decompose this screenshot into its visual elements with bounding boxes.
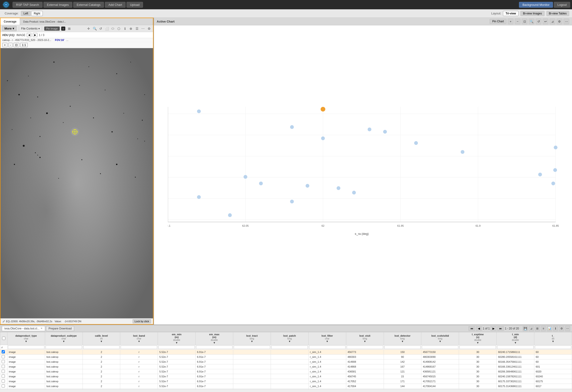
chart-table-icon[interactable]: 📊 — [547, 326, 552, 331]
sort-filter-icon[interactable]: ▼ — [100, 340, 103, 343]
zoom-fit-button[interactable]: ⊡ — [14, 43, 19, 47]
hdu-next-button[interactable]: ▶ — [33, 33, 37, 37]
col-header-lsst-patch[interactable]: lsst_patch long ▼ — [271, 332, 308, 345]
select-poly-icon[interactable]: ⬡ — [116, 26, 121, 31]
sort-filter-icon[interactable]: ▼ — [364, 340, 366, 343]
col-header-calib-level[interactable]: calib_level int ▼ — [82, 332, 120, 345]
row-select-checkbox[interactable] — [2, 384, 5, 388]
more-tools-icon[interactable]: ⋯ — [141, 26, 145, 31]
table-row[interactable]: image lsst.calexp 2 r 5.52e-7 6.91e-7 r_… — [0, 384, 572, 389]
scatter-dot[interactable] — [305, 184, 309, 188]
scatter-dot[interactable] — [352, 191, 356, 194]
filter-t-extra[interactable] — [535, 345, 571, 349]
select-all-checkbox[interactable] — [2, 337, 5, 340]
table-row[interactable]: image lsst.calexp 2 r 5.52e-7 6.91e-7 r_… — [0, 355, 572, 360]
data-product-tab[interactable]: Data Product: ivoa.ObsCore - data.l... — [20, 18, 153, 25]
select-circle-icon[interactable]: ⬭ — [110, 26, 115, 31]
scatter-dot[interactable] — [553, 168, 557, 172]
col-header-lsst-ccdvisitid[interactable]: lsst_ccdvisitid long ▼ — [421, 332, 459, 345]
select-rect-icon[interactable]: ⬜ — [104, 26, 109, 31]
layers-icon[interactable]: ⊕ — [128, 26, 133, 31]
col-header-t-extra[interactable]: t_ do ▼ — [534, 332, 572, 345]
grid-icon[interactable]: ⊞ — [67, 26, 72, 31]
filter-lsst-detector[interactable] — [384, 345, 421, 349]
sort-filter-icon[interactable]: ▼ — [175, 341, 178, 344]
filter-table-icon[interactable]: ⊿ — [529, 326, 534, 331]
table-row[interactable]: image lsst.calexp 2 r 5.52e-7 6.91e-7 r_… — [0, 369, 572, 374]
close-tab-icon[interactable]: ✕ — [40, 327, 43, 330]
sort-filter-icon[interactable]: ▼ — [326, 340, 329, 343]
zoom-out-button[interactable]: - — [8, 43, 13, 47]
rotate-icon[interactable]: ↺ — [98, 26, 103, 31]
filter-lsst-patch[interactable] — [271, 345, 308, 349]
pin-chart-button[interactable]: Pin Chart — [490, 19, 507, 24]
scatter-dot[interactable] — [538, 173, 542, 176]
row-select-checkbox[interactable] — [2, 355, 5, 358]
row-select-checkbox[interactable] — [2, 350, 5, 353]
zoom-out-chart-icon[interactable]: − — [515, 19, 520, 24]
next-page-button[interactable]: ▶ — [491, 326, 496, 331]
sort-filter-icon[interactable]: ▼ — [25, 340, 27, 343]
filter-lsst-band[interactable] — [121, 345, 157, 349]
sort-filter-icon[interactable]: ▼ — [213, 341, 216, 344]
row-select-checkbox[interactable] — [2, 370, 5, 373]
settings-table-icon[interactable]: ⚙ — [559, 326, 564, 331]
filter-dataproduct-subtype[interactable] — [46, 345, 82, 349]
scatter-dot[interactable] — [290, 200, 294, 204]
settings-icon[interactable]: ⚙ — [146, 26, 152, 31]
black-square-icon[interactable]: ■ — [61, 27, 65, 31]
zoom-area-chart-icon[interactable]: 🔍 — [529, 19, 534, 24]
col-header-t-exptime[interactable]: t_exptime(s) double ▼ — [459, 332, 497, 345]
col-header-lsst-filter[interactable]: lsst_filter char ▼ — [308, 332, 346, 345]
info-table-icon[interactable]: ℹ — [553, 326, 558, 331]
scatter-dot[interactable] — [197, 195, 201, 199]
scatter-dot[interactable] — [368, 127, 371, 131]
filter-chart-icon[interactable]: ⊿ — [550, 19, 555, 24]
fit-chart-icon[interactable]: ⊡ — [522, 19, 527, 24]
info-icon[interactable]: ℹ — [122, 26, 127, 31]
scatter-dot[interactable] — [290, 125, 294, 129]
col-header-lsst-band[interactable]: lsst_band char ▼ — [120, 332, 158, 345]
sort-filter-icon[interactable]: ▼ — [251, 340, 253, 343]
sort-filter-icon[interactable]: ▼ — [288, 340, 291, 343]
file-contents-label[interactable]: File Contents ▾ — [21, 27, 40, 30]
horizontal-scrollbar[interactable] — [0, 389, 572, 392]
row-select-checkbox[interactable] — [2, 379, 5, 383]
filter-em-min[interactable] — [158, 345, 195, 349]
col-header-t-min[interactable]: t_min(d) double ▼ — [497, 332, 534, 345]
filter-lsst-ccdvisitid[interactable] — [422, 345, 458, 349]
expand-icon[interactable]: ⤢ — [2, 319, 5, 323]
prepare-download-tab[interactable]: Prepare Download — [46, 326, 74, 331]
scatter-dot[interactable] — [414, 141, 418, 145]
first-page-button[interactable]: ⏮ — [469, 326, 475, 331]
col-header-lsst-visit[interactable]: lsst_visit long ▼ — [346, 332, 384, 345]
table-row[interactable]: image lsst.calexp 2 r 5.52e-7 6.91e-7 r_… — [0, 360, 572, 364]
save-table-icon[interactable]: 💾 — [523, 326, 528, 331]
filter-dataproduct-type[interactable] — [8, 345, 44, 349]
last-page-button[interactable]: ⏭ — [497, 326, 504, 331]
scatter-dot[interactable] — [321, 137, 325, 140]
filter-lsst-visit[interactable] — [347, 345, 383, 349]
columns-icon[interactable]: ⊞ — [535, 326, 540, 331]
zoom-in-button[interactable]: + — [2, 43, 7, 47]
scatter-dot-selected[interactable] — [321, 107, 325, 112]
magnify-icon[interactable]: 🔍 — [92, 26, 97, 31]
sort-filter-icon[interactable]: ▼ — [477, 341, 479, 344]
text-view-icon[interactable]: ≡ — [541, 326, 546, 331]
background-monitor-button[interactable]: Background Monitor — [519, 2, 553, 8]
obscore-table-tab[interactable]: ivoa.ObsCore - data.lsst.cl... ✕ — [2, 326, 45, 331]
right-button[interactable]: Right — [31, 11, 43, 16]
table-row[interactable]: image lsst.calexp 2 r 5.52e-7 6.91e-7 r_… — [0, 374, 572, 379]
prev-page-button[interactable]: ◀ — [476, 326, 482, 331]
col-header-dataproduct-subtype[interactable]: dataproduct_subtype char ▼ — [45, 332, 82, 345]
reset-chart-icon[interactable]: ↺ — [536, 19, 541, 24]
col-header-dataproduct-type[interactable]: dataproduct_type char ▼ — [7, 332, 45, 345]
filter-lsst-filter[interactable] — [309, 345, 346, 349]
external-catalogs-button[interactable]: External Catalogs — [73, 2, 104, 8]
scatter-dot[interactable] — [551, 182, 555, 185]
scatter-dot[interactable] — [461, 150, 464, 154]
col-header-lsst-detector[interactable]: lsst_detector long ▼ — [384, 332, 421, 345]
sort-filter-icon[interactable]: ▼ — [514, 341, 517, 344]
undo-chart-icon[interactable]: ↩ — [543, 19, 548, 24]
left-button[interactable]: Left — [21, 11, 31, 16]
